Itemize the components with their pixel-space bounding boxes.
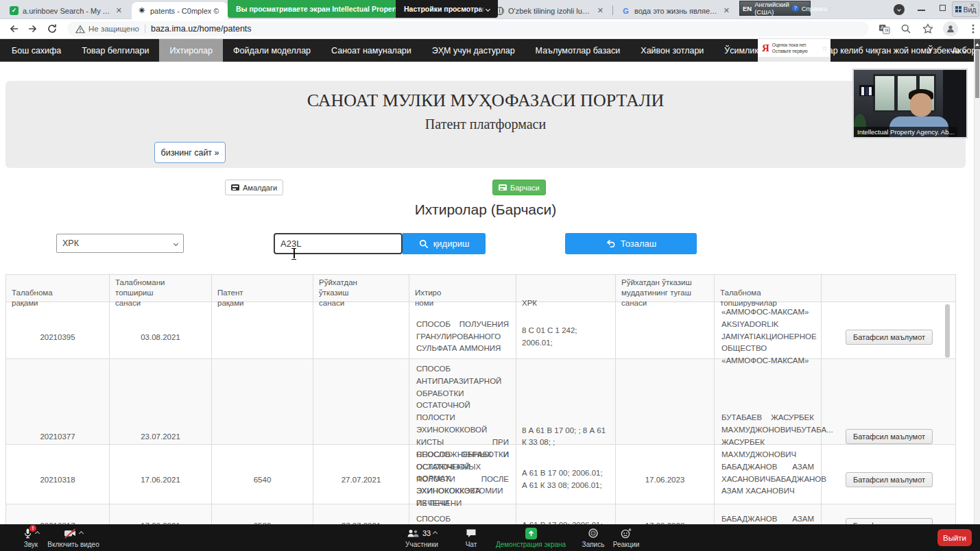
patent-number: 6540	[211, 445, 313, 514]
leave-meeting-button[interactable]: Выйти	[937, 529, 972, 546]
our-site-button[interactable]: бизнинг сайт »	[154, 142, 226, 163]
participants-icon	[407, 528, 420, 539]
tab-close-icon[interactable]: ✕	[479, 5, 485, 13]
tab-title: O'zbek tilining izohli lug'ati - B.p	[508, 7, 592, 15]
chevron-down-icon	[174, 241, 178, 245]
tab-close-icon[interactable]: ✕	[596, 6, 605, 15]
scrollbar-up-arrow[interactable]	[975, 39, 980, 49]
details-button[interactable]: Батафсил маълумот	[846, 429, 933, 444]
section-title: Ихтиролар (Барчаси)	[0, 201, 971, 218]
page-scrollbar[interactable]	[974, 39, 980, 524]
tab-title: a.urinboev Search - My ASP.NET	[23, 7, 110, 15]
language-bar-grip[interactable]: ⁞	[830, 5, 830, 12]
clear-button-label: Тозалаш	[621, 238, 656, 249]
help-icon[interactable]: ?	[792, 5, 799, 12]
nav-item-trademarks[interactable]: Товар белгилари	[71, 39, 159, 62]
collapsed-toolbar-button[interactable]	[894, 4, 905, 15]
share-banner-text: Вы просматриваете экран Intellectual Pro…	[228, 0, 396, 18]
screen-share-control[interactable]: Демонстрация экрана	[490, 527, 572, 548]
yandex-logo: Я	[762, 42, 769, 54]
table-scrollbar-thumb[interactable]	[945, 304, 950, 358]
ipc-class-select[interactable]: ХРК	[56, 234, 184, 253]
bookmark-star-icon[interactable]	[921, 22, 935, 36]
windows-language-bar[interactable]: EN Английский (США) ? Справка ⁞	[739, 1, 811, 16]
filing-date: 17.06.2021	[109, 504, 211, 524]
yandex-widget-footer	[758, 57, 830, 62]
applicants: БАБАДЖАНОВ АЗАМ ХАСАНОВИЧБАБАДЖАНОВ АЗАМ…	[714, 445, 821, 514]
star-outline-icon: ☆	[822, 45, 828, 52]
filter-active-label: Амалдаги	[243, 184, 277, 192]
back-icon[interactable]	[7, 22, 21, 36]
patents-table: Талабнома рақами Талабномани топшириш са…	[5, 274, 956, 524]
zoom-view-button[interactable]: Вид	[952, 1, 979, 17]
yandex-rating-widget[interactable]: Я Оценок пока нет. Оставьте первую ☆	[758, 39, 830, 62]
chevron-up-icon[interactable]	[433, 530, 438, 535]
text-cursor	[291, 248, 297, 258]
site-logo-icon: ✳	[137, 6, 146, 15]
video-shelf	[859, 85, 874, 96]
window-restore-button[interactable]	[940, 5, 946, 11]
participants-label: Участники	[405, 541, 438, 548]
invention-name: СПОСОБ МИНИИНВАЗИВНОГО	[409, 504, 516, 524]
table-header-row: Талабнома рақами Талабномани топшириш са…	[5, 275, 956, 302]
filter-active-button[interactable]: Амалдаги	[225, 180, 283, 195]
webcam-video-tile[interactable]: Intellectual Property Agency. Ab...	[852, 69, 968, 138]
url-field[interactable]: Не защищено baza.ima.uz/home/patents	[67, 21, 869, 36]
nav-item-databases[interactable]: Маълумотлар базаси	[525, 39, 631, 62]
chevron-up-icon[interactable]	[79, 530, 84, 535]
page-content: Бош сахифа Товар белгилари Ихтиролар Фой…	[0, 39, 980, 524]
browser-menu-icon[interactable]	[966, 22, 980, 36]
browser-tab-4[interactable]: G вода это жизнь является ли мет ✕	[616, 2, 737, 19]
table-row: 20210377 23.07.2021 СПОСОБ АНТИПАРАЗИТАР…	[5, 359, 956, 445]
reactions-control[interactable]: Реакции	[595, 527, 657, 548]
browser-tab-2-active[interactable]: ✳ patents - C0mplex ©	[132, 2, 228, 19]
page-url[interactable]: baza.ima.uz/home/patents	[151, 24, 252, 34]
reload-icon[interactable]	[45, 22, 59, 36]
site-language-selector[interactable]: Ўзбекча	[928, 39, 966, 62]
participant-name-label: Intellectual Property Agency. Ab...	[854, 127, 957, 137]
search-button[interactable]: қидириш	[403, 233, 486, 254]
sidebar-item-home[interactable]: Бош сахифа	[1, 39, 71, 62]
video-control[interactable]: Включить видео	[43, 527, 104, 548]
audio-label: Звук	[24, 541, 38, 548]
search-icon	[419, 239, 429, 249]
forward-icon[interactable]	[26, 22, 40, 36]
details-cell: Батафсил маълумот	[821, 504, 956, 524]
security-label[interactable]: Не защищено	[88, 25, 139, 33]
warning-icon	[75, 25, 85, 34]
page-title: САНОАТ МУЛКИ МУҲОФАЗАСИ ПОРТАЛИ	[5, 90, 966, 111]
nav-item-animal-breeds[interactable]: Хайвон зотлари	[630, 39, 714, 62]
nav-item-inventions-active[interactable]: Ихтиролар	[159, 39, 223, 62]
screen-share-icon	[525, 528, 537, 539]
filter-all-button[interactable]: Барчаси	[492, 180, 546, 195]
translate-icon[interactable]: AЯ	[877, 22, 891, 36]
tab-close-icon[interactable]: ✕	[115, 6, 123, 15]
help-label: Справка	[802, 5, 827, 12]
video-label: Включить видео	[47, 541, 99, 548]
clear-button[interactable]: Тозалаш	[565, 233, 697, 254]
details-button[interactable]: Батафсил маълумот	[846, 518, 933, 525]
page-subtitle: Патент платформаси	[5, 117, 966, 132]
window-close-icon[interactable]: ✕	[970, 2, 975, 9]
nav-item-utility-models[interactable]: Фойдали моделлар	[223, 39, 321, 62]
chevron-up-icon[interactable]	[35, 530, 40, 535]
scrollbar-thumb[interactable]	[975, 50, 979, 98]
zoom-search-icon[interactable]	[899, 22, 913, 36]
window-minimize-button[interactable]	[918, 10, 925, 11]
browser-tab-3[interactable]: O'zbek tilining izohli lug'ati - B.p ✕	[490, 2, 610, 19]
undo-icon	[606, 239, 616, 248]
svg-text:Я: Я	[884, 27, 887, 34]
card-list-icon	[231, 184, 239, 191]
details-button[interactable]: Батафсил маълумот	[846, 330, 933, 345]
details-button[interactable]: Батафсил маълумот	[846, 472, 933, 487]
nav-item-industrial-designs[interactable]: Саноат намуналари	[321, 39, 422, 62]
yandex-line2: Оставьте первую	[772, 49, 808, 53]
nav-item-software[interactable]: ЭҲМ учун дастурлар	[422, 39, 525, 62]
grid-icon	[955, 6, 961, 12]
profile-avatar[interactable]	[943, 21, 958, 36]
view-settings-label: Настройки просмотра	[404, 5, 482, 13]
application-number: 20210317	[6, 504, 109, 524]
browser-tab-1[interactable]: ✓ a.urinboev Search - My ASP.NET ✕	[4, 2, 129, 19]
tab-close-icon[interactable]: ✕	[722, 6, 731, 15]
participants-count: 33	[422, 529, 431, 537]
